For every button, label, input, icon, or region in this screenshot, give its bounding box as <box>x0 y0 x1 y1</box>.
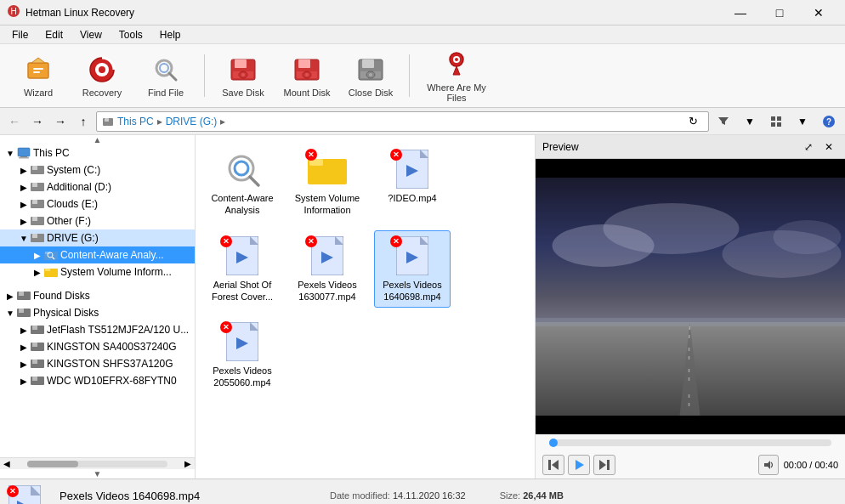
up-button[interactable]: ↑ <box>73 111 94 132</box>
expand-physical-disks[interactable]: ▼ <box>3 309 17 318</box>
sidebar-scroll-up[interactable]: ▲ <box>0 135 195 144</box>
refresh-button[interactable]: ↻ <box>683 111 703 132</box>
file-item-ideo[interactable]: ✕ ?IDEO.mp4 <box>374 144 451 222</box>
prev-button[interactable] <box>542 455 564 475</box>
preview-scrubber[interactable] <box>549 439 831 446</box>
mount-disk-button[interactable]: Mount Disk <box>277 48 337 104</box>
expand-additional-d[interactable]: ▶ <box>17 183 31 192</box>
save-disk-button[interactable]: Save Disk <box>213 48 273 104</box>
expand-this-pc[interactable]: ▼ <box>3 149 17 158</box>
sidebar-item-additional-d[interactable]: ▶ Additional (D:) <box>0 178 195 195</box>
sidebar-item-wdc[interactable]: ▶ WDC WD10EFRX-68FYTN0 <box>0 372 195 389</box>
menu-edit[interactable]: Edit <box>37 27 71 42</box>
svg-rect-63 <box>32 326 37 330</box>
file-item-aerial[interactable]: ✕ Aerial Shot Of Forest Cover... <box>204 230 281 309</box>
scroll-right-arrow[interactable]: ▶ <box>184 459 195 468</box>
h-scroll-thumb[interactable] <box>27 461 78 467</box>
next-button[interactable] <box>593 455 615 475</box>
save-disk-icon <box>228 54 258 85</box>
close-button[interactable]: ✕ <box>799 0 838 25</box>
expand-clouds-e[interactable]: ▶ <box>17 200 31 209</box>
preview-close-button[interactable]: ✕ <box>819 139 838 156</box>
view-options-button[interactable] <box>764 111 788 132</box>
svg-point-26 <box>369 73 372 76</box>
play-button[interactable] <box>568 455 590 475</box>
wizard-button[interactable]: Wizard <box>9 48 68 104</box>
forward-alt-button[interactable]: → <box>50 111 71 132</box>
file-item-pexels-1640698[interactable]: ✕ Pexels Videos 1640698.mp4 <box>374 230 451 309</box>
menu-help[interactable]: Help <box>151 27 190 42</box>
file-item-pexels-2055060[interactable]: ✕ Pexels Videos 2055060.mp4 <box>204 316 281 394</box>
expand-kingston-sh[interactable]: ▶ <box>17 360 31 369</box>
sidebar-item-physical-disks[interactable]: ▼ Physical Disks <box>0 304 195 321</box>
menu-tools[interactable]: Tools <box>111 27 151 42</box>
sidebar-item-content-aware[interactable]: ▶ Content-Aware Analy... <box>0 246 195 263</box>
expand-other-f[interactable]: ▶ <box>17 217 31 226</box>
expand-kingston-sa[interactable]: ▶ <box>17 343 31 352</box>
path-segment-thispc[interactable]: This PC <box>117 116 154 127</box>
find-file-button[interactable]: Find File <box>136 48 196 104</box>
content-aware-label: Content-Aware Analy... <box>60 249 195 261</box>
expand-found-disks[interactable]: ▶ <box>3 292 17 301</box>
expand-jetflash[interactable]: ▶ <box>17 326 31 335</box>
sidebar-scroll-down[interactable]: ▼ <box>0 469 195 479</box>
sidebar-item-system-c[interactable]: ▶ System (C:) <box>0 161 195 178</box>
minimize-button[interactable]: — <box>721 0 760 25</box>
back-button[interactable]: ← <box>4 111 25 132</box>
view-arrow-button[interactable]: ▼ <box>791 111 814 132</box>
sidebar-item-kingston-sa[interactable]: ▶ KINGSTON SA400S37240G <box>0 338 195 355</box>
toolbar: Wizard Recovery Find File <box>0 44 845 108</box>
preview-expand-button[interactable]: ⤢ <box>799 139 818 156</box>
preview-video-svg <box>536 178 845 416</box>
scroll-left-arrow[interactable]: ◀ <box>0 459 10 468</box>
status-deleted-x-icon: ✕ <box>7 485 19 497</box>
file-item-system-volume[interactable]: ✕ System Volume Information <box>289 144 366 222</box>
clouds-e-label: Clouds (E:) <box>47 198 195 210</box>
menu-file[interactable]: File <box>3 27 37 42</box>
expand-drive-g[interactable]: ▼ <box>17 234 31 243</box>
sidebar-item-jetflash[interactable]: ▶ JetFlash TS512MJF2A/120 U... <box>0 321 195 338</box>
filter-arrow-button[interactable]: ▼ <box>738 111 762 132</box>
svg-point-95 <box>774 220 842 254</box>
sidebar-item-kingston-sh[interactable]: ▶ KINGSTON SHFS37A120G <box>0 355 195 372</box>
kingston-sa-label: KINGSTON SA400S37240G <box>47 341 195 353</box>
maximize-button[interactable]: □ <box>760 0 799 25</box>
filter-button[interactable] <box>712 111 735 132</box>
file-item-pexels-1630077[interactable]: ✕ Pexels Videos 1630077.mp4 <box>289 230 366 309</box>
wizard-label: Wizard <box>24 88 53 98</box>
prev-icon <box>548 460 559 470</box>
expand-system-volume[interactable]: ▶ <box>31 268 44 277</box>
expand-system-c[interactable]: ▶ <box>17 166 31 175</box>
sidebar-item-this-pc[interactable]: ▼ This PC <box>0 144 195 161</box>
sidebar-item-drive-g[interactable]: ▼ DRIVE (G:) <box>0 229 195 246</box>
folder-sys-icon <box>44 265 58 279</box>
menu-bar: File Edit View Tools Help <box>0 25 845 44</box>
deleted-x-p1640698: ✕ <box>390 235 402 247</box>
recovery-button[interactable]: Recovery <box>72 48 132 104</box>
sidebar-item-system-volume[interactable]: ▶ System Volume Inform... <box>0 263 195 280</box>
expand-content-aware[interactable]: ▶ <box>31 251 44 260</box>
wdc-label: WDC WD10EFRX-68FYTN0 <box>47 375 195 387</box>
where-files-button[interactable]: Where Are My Files <box>418 48 495 104</box>
where-files-icon <box>441 49 472 80</box>
close-disk-button[interactable]: Close Disk <box>341 48 400 104</box>
volume-button[interactable] <box>758 455 779 475</box>
file-item-content-aware[interactable]: Content-Aware Analysis <box>204 144 281 222</box>
mount-disk-label: Mount Disk <box>283 88 330 98</box>
status-dates-col: Date modified: 14.11.2020 16:32 Date cre… <box>330 490 466 504</box>
path-segment-drive[interactable]: DRIVE (G:) <box>166 116 218 127</box>
address-bar[interactable]: This PC ▸ DRIVE (G:) ▸ ↻ <box>96 111 709 132</box>
svg-point-10 <box>160 64 168 72</box>
drive-c-icon <box>31 163 44 177</box>
expand-wdc[interactable]: ▶ <box>17 377 31 386</box>
help-button[interactable]: ? <box>817 111 841 132</box>
sidebar-hscroll[interactable]: ◀ ▶ <box>0 457 195 469</box>
found-disks-label: Found Disks <box>33 290 195 302</box>
forward-button[interactable]: → <box>27 111 48 132</box>
menu-view[interactable]: View <box>71 27 111 42</box>
title-bar-left: H Hetman Linux Recovery <box>7 4 134 20</box>
sidebar-item-other-f[interactable]: ▶ Other (F:) <box>0 212 195 229</box>
scrubber-thumb[interactable] <box>549 439 558 447</box>
sidebar-item-found-disks[interactable]: ▶ Found Disks <box>0 287 195 304</box>
sidebar-item-clouds-e[interactable]: ▶ Clouds (E:) <box>0 195 195 212</box>
